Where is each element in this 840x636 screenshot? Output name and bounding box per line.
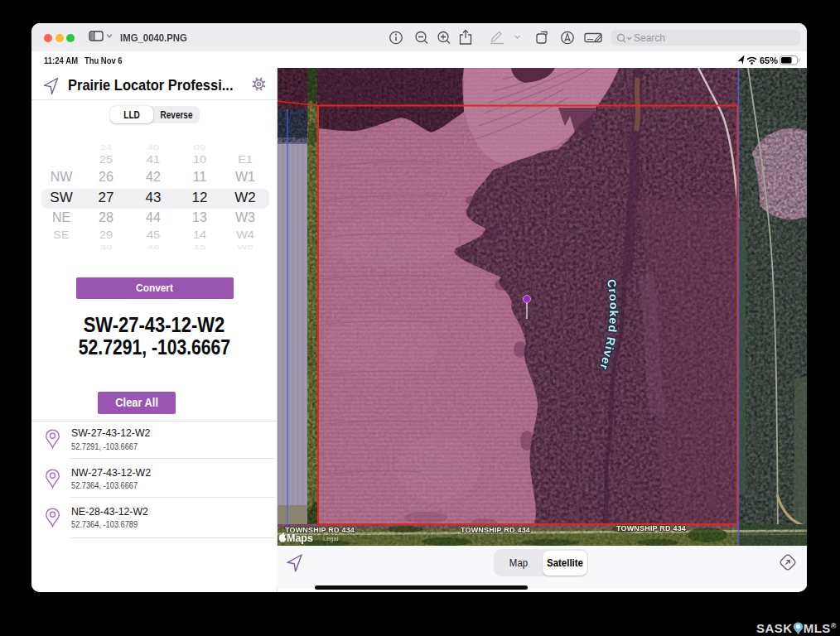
svg-text:Maps: Maps	[287, 532, 313, 544]
svg-text:TOWNSHIP RD 434: TOWNSHIP RD 434	[616, 524, 686, 532]
svg-text:TOWNSHIP RD 434: TOWNSHIP RD 434	[461, 526, 530, 534]
svg-text:Legal: Legal	[323, 535, 339, 542]
